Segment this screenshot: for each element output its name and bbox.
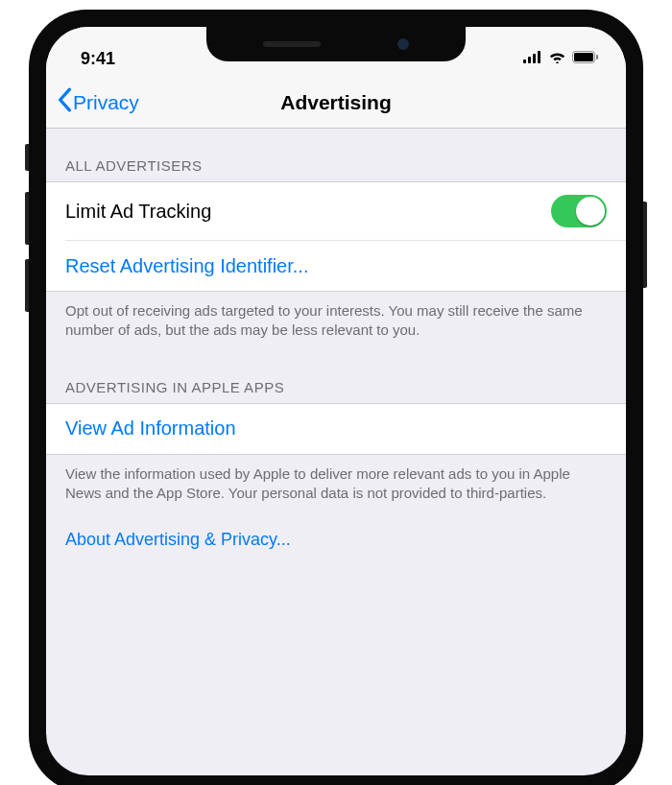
about-advertising-link[interactable]: About Advertising & Privacy... (46, 512, 626, 567)
section-header-advertisers: ALL ADVERTISERS (46, 129, 626, 181)
chevron-left-icon (56, 87, 73, 117)
reset-identifier-label: Reset Advertising Identifier... (65, 255, 308, 277)
svg-rect-2 (533, 54, 536, 63)
battery-icon (572, 50, 599, 67)
speaker-grill (263, 41, 321, 47)
view-ad-info-row[interactable]: View Ad Information (46, 404, 626, 454)
cellular-signal-icon (523, 50, 542, 67)
svg-rect-6 (596, 55, 598, 59)
svg-rect-1 (528, 57, 531, 63)
status-icons (523, 50, 599, 67)
back-button[interactable]: Privacy (46, 87, 139, 117)
limit-ad-tracking-toggle[interactable] (551, 195, 607, 227)
back-label: Privacy (73, 91, 139, 114)
advertisers-group: Limit Ad Tracking Reset Advertising Iden… (46, 181, 626, 292)
limit-ad-tracking-row[interactable]: Limit Ad Tracking (46, 182, 626, 240)
volume-down-button (25, 259, 29, 312)
advertisers-footer: Opt out of receiving ads targeted to you… (46, 292, 626, 350)
limit-ad-tracking-label: Limit Ad Tracking (65, 201, 211, 223)
svg-rect-3 (538, 51, 540, 63)
status-time: 9:41 (81, 49, 115, 69)
phone-frame: 9:41 Privacy Advertising (29, 10, 643, 785)
apple-apps-group: View Ad Information (46, 403, 626, 455)
wifi-icon (548, 50, 566, 67)
power-button (643, 202, 647, 288)
silent-switch (25, 144, 29, 171)
view-ad-info-label: View Ad Information (65, 417, 236, 440)
apple-apps-footer: View the information used by Apple to de… (46, 455, 626, 513)
volume-up-button (25, 192, 29, 245)
svg-rect-0 (523, 59, 526, 63)
reset-identifier-row[interactable]: Reset Advertising Identifier... (46, 241, 626, 291)
nav-bar: Privacy Advertising (46, 77, 626, 129)
screen: 9:41 Privacy Advertising (46, 27, 626, 775)
about-advertising-label: About Advertising & Privacy... (65, 530, 291, 549)
section-header-apple-apps: ADVERTISING IN APPLE APPS (46, 350, 626, 403)
svg-rect-5 (574, 53, 593, 61)
notch (206, 27, 466, 61)
front-camera (397, 38, 409, 50)
